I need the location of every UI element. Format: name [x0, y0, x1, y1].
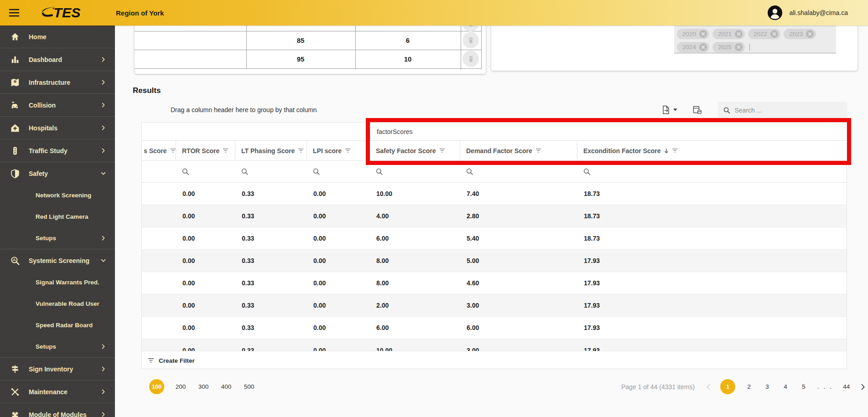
export-button[interactable] [661, 105, 677, 114]
close-icon[interactable] [735, 30, 743, 38]
years-filter[interactable]: 202020212022202320242025 [674, 26, 836, 53]
column-header-rtor-score[interactable]: RTOR Score [176, 141, 235, 160]
band-factor-scores[interactable]: factorScores [370, 123, 847, 140]
hamburger-menu-icon[interactable] [8, 8, 20, 18]
page-number-3[interactable]: 3 [763, 383, 772, 390]
results-title: Results [133, 86, 161, 95]
table-cell: 3.00 [460, 294, 577, 316]
close-icon[interactable] [806, 30, 814, 38]
page-number-current[interactable]: 1 [720, 379, 735, 394]
page-size-option-400[interactable]: 400 [220, 383, 233, 390]
table-row[interactable]: 0.000.330.008.005.0017.93 [142, 250, 847, 272]
sidebar-item-maintenance[interactable]: Maintenance [0, 381, 115, 403]
sidebar-subitem-network-screening[interactable]: Network Screening [0, 185, 115, 206]
table-cell: 0.00 [307, 205, 370, 227]
table-cell: 10.00 [370, 339, 460, 351]
table-row[interactable]: 0.000.330.0010.007.4018.73 [142, 183, 847, 205]
band-empty [142, 123, 370, 140]
create-filter-button[interactable]: Create Filter [142, 351, 847, 369]
next-page-icon[interactable] [860, 383, 866, 391]
sidebar-group-infrastructure: Infrastructure [0, 71, 115, 94]
chevron-right-icon [100, 102, 107, 108]
search-box [718, 102, 847, 118]
export-icon [661, 105, 670, 114]
sidebar-subitem-setups[interactable]: Setups [0, 336, 115, 357]
table-cell: 18.73 [577, 183, 847, 205]
page-size-option-300[interactable]: 300 [197, 383, 210, 390]
sidebar-subitem-signal-warrants-pred[interactable]: Signal Warrants Pred. [0, 272, 115, 293]
sidebar-subitem-speed-radar-board[interactable]: Speed Radar Board [0, 314, 115, 336]
table-border [246, 26, 247, 69]
delete-row-button[interactable] [463, 51, 479, 67]
sidebar-item-infrastructure[interactable]: Infrastructure [0, 71, 115, 93]
close-icon[interactable] [770, 30, 778, 38]
table-cell: 0.00 [176, 294, 235, 316]
close-icon[interactable] [735, 43, 743, 51]
filter-cell-excondition-factor-score[interactable] [577, 161, 847, 182]
sign-inventory-icon [10, 364, 20, 374]
table-row[interactable]: 0.000.330.006.005.4018.73 [142, 227, 847, 250]
column-header-s-score[interactable]: s Score [142, 141, 176, 160]
table-row[interactable]: 0.000.330.002.003.0017.93 [142, 294, 847, 317]
sidebar-subitem-red-light-camera[interactable]: Red Light Camera [0, 206, 115, 227]
avatar[interactable] [768, 5, 782, 20]
filter-cell-s-score[interactable] [142, 161, 176, 182]
column-header-excondition-factor-score[interactable]: Excondition Factor Score [577, 141, 847, 160]
table-cell: 18.73 [577, 227, 847, 249]
prev-page-icon[interactable] [706, 383, 711, 391]
sidebar-item-label: Traffic Study [29, 147, 100, 154]
filter-cell-lpi-score[interactable] [307, 161, 370, 182]
sidebar-item-systemic-screening[interactable]: Systemic Screening [0, 249, 115, 272]
user-email: ali.shalaby@cima.ca [789, 9, 848, 16]
page-number-4[interactable]: 4 [781, 383, 790, 390]
page-number-5[interactable]: 5 [799, 383, 808, 390]
page-size-option-500[interactable]: 500 [243, 383, 255, 390]
sidebar-item-dashboard[interactable]: Dashboard [0, 48, 115, 71]
sidebar-item-safety[interactable]: Safety [0, 162, 115, 185]
sidebar-item-hospitals[interactable]: Hospitals [0, 117, 115, 139]
table-cell: 18.73 [577, 205, 847, 227]
search-icon [376, 168, 383, 175]
user-menu[interactable]: ali.shalaby@cima.ca [768, 0, 848, 26]
filter-cell-demand-factor-score[interactable] [460, 161, 577, 182]
sidebar-subitem-setups[interactable]: Setups [0, 227, 115, 249]
column-header-safety-factor-score[interactable]: Safety Factor Score [370, 141, 460, 160]
sidebar-group-module-of-modules: Module of Modules [0, 403, 115, 417]
column-chooser-icon [693, 106, 702, 114]
page-title: Region of York [116, 9, 164, 17]
page-number-44[interactable]: 44 [842, 383, 851, 390]
sidebar-item-sign-inventory[interactable]: Sign Inventory [0, 358, 115, 380]
setup-value-cell: 6 [406, 36, 410, 44]
table-border [355, 26, 356, 69]
page-size-option-200[interactable]: 200 [174, 383, 187, 390]
table-row[interactable]: 0.000.330.006.006.0017.93 [142, 317, 847, 339]
results-grid: factorScoress ScoreRTOR ScoreLT Phasing … [141, 122, 847, 369]
sidebar-item-module-of-modules[interactable]: Module of Modules [0, 403, 115, 417]
table-row-partial[interactable]: 0.000.330.0010.003.0017.93 [142, 339, 847, 351]
page-size-option-100[interactable]: 100 [149, 379, 164, 394]
search-icon [313, 168, 320, 175]
table-row[interactable]: 0.000.330.008.004.6017.93 [142, 272, 847, 294]
delete-row-button[interactable] [463, 32, 479, 48]
sidebar-group-collision: Collision [0, 94, 115, 117]
filter-cell-safety-factor-score[interactable] [370, 161, 460, 182]
column-header-lt-phasing-score[interactable]: LT Phasing Score [235, 141, 307, 160]
sidebar-item-home[interactable]: Home [0, 26, 115, 48]
filter-cell-rtor-score[interactable] [176, 161, 235, 182]
close-icon[interactable] [699, 30, 707, 38]
filter-icon [223, 148, 229, 154]
chevron-right-icon [100, 343, 107, 350]
filter-cell-lt-phasing-score[interactable] [235, 161, 307, 182]
search-input[interactable] [735, 107, 842, 114]
page-number-2[interactable]: 2 [744, 383, 754, 390]
column-chooser-button[interactable] [693, 106, 702, 114]
column-header-demand-factor-score[interactable]: Demand Factor Score [460, 141, 577, 160]
grid-header-row: s ScoreRTOR ScoreLT Phasing ScoreLPI sco… [142, 141, 847, 161]
sidebar-item-traffic-study[interactable]: Traffic Study [0, 139, 115, 162]
sidebar-item-collision[interactable]: Collision [0, 94, 115, 116]
close-icon[interactable] [699, 43, 707, 51]
table-row[interactable]: 0.000.330.004.002.8018.73 [142, 205, 847, 227]
sidebar-subitem-vulnerable-road-user[interactable]: Vulnerable Road User [0, 293, 115, 314]
column-header-lpi-score[interactable]: LPI score [307, 141, 370, 160]
search-icon [241, 168, 248, 175]
